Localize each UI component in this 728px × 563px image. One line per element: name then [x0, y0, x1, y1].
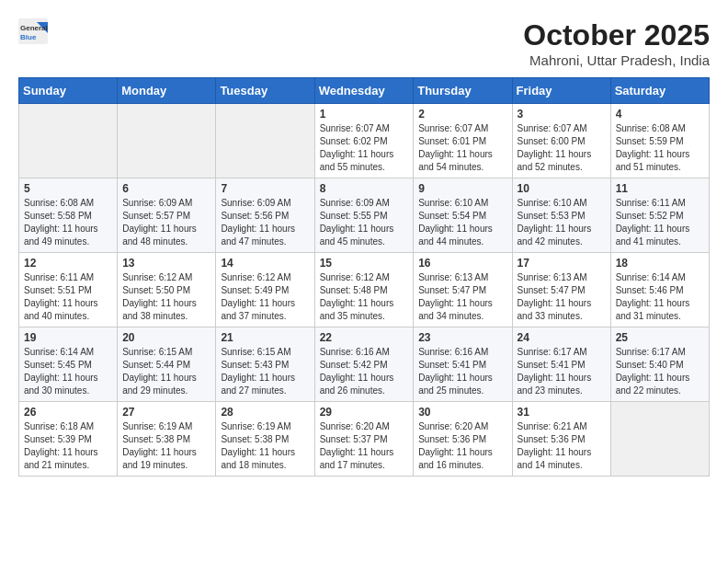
day-info: Sunrise: 6:10 AM Sunset: 5:53 PM Dayligh…: [518, 197, 606, 248]
day-number: 20: [122, 331, 210, 344]
calendar-cell: 15Sunrise: 6:12 AM Sunset: 5:48 PM Dayli…: [314, 253, 414, 327]
logo: General Blue: [18, 18, 48, 44]
day-number: 26: [24, 406, 112, 419]
calendar-week-row: 19Sunrise: 6:14 AM Sunset: 5:45 PM Dayli…: [19, 327, 710, 402]
day-number: 30: [418, 406, 506, 419]
day-info: Sunrise: 6:07 AM Sunset: 6:00 PM Dayligh…: [518, 122, 606, 174]
day-number: 17: [518, 257, 606, 270]
day-number: 10: [518, 182, 606, 195]
calendar-cell: 11Sunrise: 6:11 AM Sunset: 5:52 PM Dayli…: [610, 178, 709, 253]
calendar-cell: 1Sunrise: 6:07 AM Sunset: 6:02 PM Daylig…: [314, 104, 414, 178]
svg-text:Blue: Blue: [20, 33, 37, 41]
day-number: 8: [320, 182, 409, 195]
calendar-cell: 25Sunrise: 6:17 AM Sunset: 5:40 PM Dayli…: [610, 327, 709, 402]
day-info: Sunrise: 6:20 AM Sunset: 5:36 PM Dayligh…: [418, 420, 506, 472]
weekday-header-row: SundayMondayTuesdayWednesdayThursdayFrid…: [19, 78, 710, 104]
day-number: 16: [418, 257, 506, 270]
day-info: Sunrise: 6:15 AM Sunset: 5:43 PM Dayligh…: [221, 346, 309, 397]
day-number: 12: [24, 257, 112, 270]
calendar-cell: 22Sunrise: 6:16 AM Sunset: 5:42 PM Dayli…: [314, 327, 414, 402]
calendar-cell: 7Sunrise: 6:09 AM Sunset: 5:56 PM Daylig…: [216, 178, 314, 253]
day-info: Sunrise: 6:09 AM Sunset: 5:56 PM Dayligh…: [221, 197, 309, 248]
day-number: 14: [221, 257, 309, 270]
calendar-cell: 31Sunrise: 6:21 AM Sunset: 5:36 PM Dayli…: [512, 402, 610, 477]
weekday-header-saturday: Saturday: [610, 78, 709, 104]
calendar-cell: 10Sunrise: 6:10 AM Sunset: 5:53 PM Dayli…: [512, 178, 610, 253]
calendar-cell: 19Sunrise: 6:14 AM Sunset: 5:45 PM Dayli…: [19, 327, 118, 402]
location-subtitle: Mahroni, Uttar Pradesh, India: [523, 52, 710, 68]
day-number: 7: [221, 182, 309, 195]
day-info: Sunrise: 6:14 AM Sunset: 5:45 PM Dayligh…: [24, 346, 112, 397]
calendar-cell: [610, 402, 709, 477]
day-info: Sunrise: 6:11 AM Sunset: 5:52 PM Dayligh…: [616, 197, 704, 248]
day-info: Sunrise: 6:18 AM Sunset: 5:39 PM Dayligh…: [24, 420, 112, 472]
calendar-cell: 26Sunrise: 6:18 AM Sunset: 5:39 PM Dayli…: [19, 402, 118, 477]
day-number: 2: [418, 108, 506, 121]
calendar-cell: [118, 104, 216, 178]
calendar-week-row: 12Sunrise: 6:11 AM Sunset: 5:51 PM Dayli…: [19, 253, 710, 327]
day-info: Sunrise: 6:07 AM Sunset: 6:02 PM Dayligh…: [320, 122, 409, 174]
header: General Blue October 2025 Mahroni, Uttar…: [18, 18, 710, 68]
day-info: Sunrise: 6:16 AM Sunset: 5:41 PM Dayligh…: [418, 346, 506, 397]
day-number: 28: [221, 406, 309, 419]
month-title: October 2025: [523, 18, 710, 52]
title-area: October 2025 Mahroni, Uttar Pradesh, Ind…: [523, 18, 710, 68]
day-info: Sunrise: 6:08 AM Sunset: 5:59 PM Dayligh…: [616, 122, 704, 174]
day-info: Sunrise: 6:10 AM Sunset: 5:54 PM Dayligh…: [418, 197, 506, 248]
day-number: 21: [221, 331, 309, 344]
day-number: 15: [320, 257, 409, 270]
day-number: 31: [518, 406, 606, 419]
day-number: 18: [616, 257, 704, 270]
weekday-header-wednesday: Wednesday: [314, 78, 414, 104]
day-number: 13: [122, 257, 210, 270]
weekday-header-friday: Friday: [512, 78, 610, 104]
day-info: Sunrise: 6:21 AM Sunset: 5:36 PM Dayligh…: [518, 420, 606, 472]
calendar-table: SundayMondayTuesdayWednesdayThursdayFrid…: [18, 77, 710, 477]
day-info: Sunrise: 6:09 AM Sunset: 5:57 PM Dayligh…: [122, 197, 210, 248]
calendar-cell: 6Sunrise: 6:09 AM Sunset: 5:57 PM Daylig…: [118, 178, 216, 253]
calendar-cell: [216, 104, 314, 178]
day-info: Sunrise: 6:12 AM Sunset: 5:50 PM Dayligh…: [122, 271, 210, 323]
day-info: Sunrise: 6:07 AM Sunset: 6:01 PM Dayligh…: [418, 122, 506, 174]
calendar-cell: 24Sunrise: 6:17 AM Sunset: 5:41 PM Dayli…: [512, 327, 610, 402]
day-info: Sunrise: 6:12 AM Sunset: 5:48 PM Dayligh…: [320, 271, 409, 323]
day-info: Sunrise: 6:17 AM Sunset: 5:40 PM Dayligh…: [616, 346, 704, 397]
calendar-cell: 16Sunrise: 6:13 AM Sunset: 5:47 PM Dayli…: [414, 253, 512, 327]
weekday-header-thursday: Thursday: [414, 78, 512, 104]
day-info: Sunrise: 6:15 AM Sunset: 5:44 PM Dayligh…: [122, 346, 210, 397]
calendar-cell: 2Sunrise: 6:07 AM Sunset: 6:01 PM Daylig…: [414, 104, 512, 178]
calendar-cell: 30Sunrise: 6:20 AM Sunset: 5:36 PM Dayli…: [414, 402, 512, 477]
day-number: 9: [418, 182, 506, 195]
day-info: Sunrise: 6:16 AM Sunset: 5:42 PM Dayligh…: [320, 346, 409, 397]
day-number: 22: [320, 331, 409, 344]
day-info: Sunrise: 6:20 AM Sunset: 5:37 PM Dayligh…: [320, 420, 409, 472]
calendar-cell: 20Sunrise: 6:15 AM Sunset: 5:44 PM Dayli…: [118, 327, 216, 402]
day-number: 1: [320, 108, 409, 121]
day-number: 27: [122, 406, 210, 419]
day-info: Sunrise: 6:09 AM Sunset: 5:55 PM Dayligh…: [320, 197, 409, 248]
day-number: 29: [320, 406, 409, 419]
day-number: 4: [616, 108, 704, 121]
logo-icon: General Blue: [18, 18, 48, 44]
calendar-cell: 17Sunrise: 6:13 AM Sunset: 5:47 PM Dayli…: [512, 253, 610, 327]
calendar-cell: [19, 104, 118, 178]
day-info: Sunrise: 6:12 AM Sunset: 5:49 PM Dayligh…: [221, 271, 309, 323]
day-info: Sunrise: 6:13 AM Sunset: 5:47 PM Dayligh…: [418, 271, 506, 323]
calendar-cell: 12Sunrise: 6:11 AM Sunset: 5:51 PM Dayli…: [19, 253, 118, 327]
day-info: Sunrise: 6:11 AM Sunset: 5:51 PM Dayligh…: [24, 271, 112, 323]
weekday-header-monday: Monday: [118, 78, 216, 104]
day-number: 6: [122, 182, 210, 195]
day-number: 5: [24, 182, 112, 195]
calendar-cell: 21Sunrise: 6:15 AM Sunset: 5:43 PM Dayli…: [216, 327, 314, 402]
calendar-cell: 23Sunrise: 6:16 AM Sunset: 5:41 PM Dayli…: [414, 327, 512, 402]
day-info: Sunrise: 6:13 AM Sunset: 5:47 PM Dayligh…: [518, 271, 606, 323]
calendar-week-row: 5Sunrise: 6:08 AM Sunset: 5:58 PM Daylig…: [19, 178, 710, 253]
calendar-week-row: 26Sunrise: 6:18 AM Sunset: 5:39 PM Dayli…: [19, 402, 710, 477]
calendar-cell: 13Sunrise: 6:12 AM Sunset: 5:50 PM Dayli…: [118, 253, 216, 327]
day-info: Sunrise: 6:19 AM Sunset: 5:38 PM Dayligh…: [221, 420, 309, 472]
day-number: 3: [518, 108, 606, 121]
calendar-cell: 9Sunrise: 6:10 AM Sunset: 5:54 PM Daylig…: [414, 178, 512, 253]
calendar-week-row: 1Sunrise: 6:07 AM Sunset: 6:02 PM Daylig…: [19, 104, 710, 178]
calendar-cell: 8Sunrise: 6:09 AM Sunset: 5:55 PM Daylig…: [314, 178, 414, 253]
day-number: 23: [418, 331, 506, 344]
